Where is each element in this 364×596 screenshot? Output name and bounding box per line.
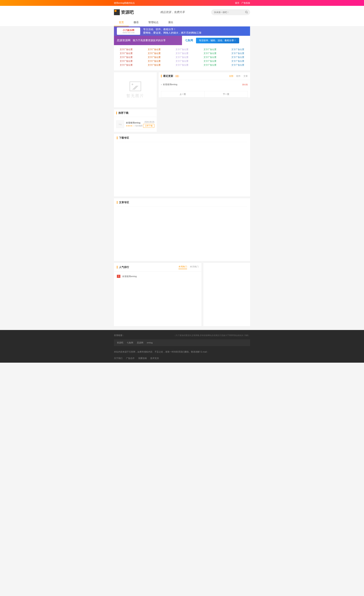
friend-links-note: （为了避免权重流失,定期调整,所有链接网站必须满足日流量大于8000!便会给站长… [174, 334, 250, 337]
ad-link[interactable]: 文字广告位置 [120, 64, 133, 67]
banner-2-left-logo: 思源资源网 [117, 39, 130, 42]
ad-link[interactable]: 文字广告位置 [120, 56, 133, 59]
ad-link[interactable]: 文字广告位置 [120, 52, 133, 55]
topbar-link-msg[interactable]: 留言 [235, 2, 239, 4]
ad-link[interactable]: 文字广告位置 [176, 52, 188, 55]
tab-all[interactable]: 全部 [229, 75, 233, 78]
rank-item-title[interactable]: 欢迎使用emlog [122, 275, 137, 278]
recommend-date: 2020-09-05 [143, 121, 154, 123]
rank-number: 1 [117, 275, 120, 278]
ad-link[interactable]: 文字广告位置 [204, 56, 216, 59]
topbar-link-ad[interactable]: 广告投放 [242, 2, 250, 4]
recommend-tag: / 站长推荐 [134, 125, 142, 127]
friend-link[interactable]: 思源网 [137, 342, 143, 344]
ad-link[interactable]: 文字广告位置 [120, 60, 133, 63]
banner-1-line2: 爱网络，爱这里。网络人的烟火，燃不尽的网络江湖 [143, 31, 201, 35]
download-button[interactable]: 立即下载 [143, 124, 154, 128]
topbar-notice: 使用emlog搭建的站点 [114, 1, 135, 4]
ad-link[interactable]: 文字广告位置 [231, 64, 244, 67]
ad-link[interactable]: 文字广告位置 [204, 52, 216, 55]
ad-link[interactable]: 文字广告位置 [148, 52, 161, 55]
banner-2-left-text: 致力于高质量资源技术的分享 [133, 39, 166, 42]
rank-title: 人气排行 [119, 265, 129, 269]
rank-tab-month[interactable]: 本月热门 [190, 265, 199, 269]
ad-link[interactable]: 文字广告位置 [176, 60, 188, 63]
update-item-title[interactable]: 欢迎使用emlog [163, 83, 242, 86]
side-noimage: 暂无图片 [114, 72, 157, 107]
svg-line-1 [247, 13, 247, 13]
rank-side-empty [203, 263, 250, 326]
rank-tab-week[interactable]: 本周热门 [178, 265, 187, 269]
search-input[interactable] [211, 9, 250, 15]
update-item: • 欢迎使用emlog 09-05 [161, 82, 248, 87]
pager-next[interactable]: 下一页 [205, 91, 248, 97]
friend-link[interactable]: 七鱼网 [127, 342, 133, 344]
ad-link[interactable]: 文字广告位置 [204, 48, 216, 51]
recommend-thumb: img [116, 120, 124, 128]
banner-2-left[interactable]: 思源资源网 致力于高质量资源技术的分享 [114, 39, 182, 42]
banner-2-right[interactable]: 七鱼网 专注软件、辅助、活动、教程分享！ [182, 36, 250, 45]
ad-link[interactable]: 文字广告位置 [176, 48, 188, 51]
banner-1-line1: 专注活动、软件、教程分享！ [143, 28, 201, 31]
ad-link[interactable]: 文字广告位置 [231, 56, 244, 59]
image-placeholder-icon [129, 82, 141, 91]
footer-nav-support[interactable]: 技术支持 [150, 357, 159, 359]
slogan: 精品资源，免费共享 [160, 10, 185, 14]
footer-nav-about[interactable]: 关于我们 [114, 357, 122, 359]
download-section: 下载专区 [114, 134, 250, 196]
ad-link[interactable]: 文字广告位置 [204, 64, 216, 67]
nav-weiyu[interactable]: 微语 [129, 18, 143, 26]
ad-link[interactable]: 文字广告位置 [120, 48, 133, 51]
pager-prev[interactable]: 上一页 [161, 91, 205, 97]
recent-update-title: 最近更新 [163, 74, 173, 78]
friend-link[interactable]: emlog [147, 342, 153, 344]
logo[interactable]: 资源吧 [114, 9, 134, 15]
search-box [211, 9, 250, 15]
friend-links-title: 友情链接： [114, 334, 125, 337]
nav-home[interactable]: 首页 [114, 18, 129, 26]
ad-link[interactable]: 文字广告位置 [148, 60, 161, 63]
friend-link[interactable]: 资源吧 [117, 342, 123, 344]
ad-link[interactable]: 文字广告位置 [148, 64, 161, 67]
banner-1-logo: 小刀娱乐网 WWW.X6D.COM [117, 27, 140, 35]
recommend-item-title[interactable]: 欢迎使用emlog [126, 121, 140, 124]
banner-1[interactable]: 小刀娱乐网 WWW.X6D.COM 专注活动、软件、教程分享！ 爱网络，爱这里。… [114, 26, 250, 36]
banner-2-right-btn: 专注软件、辅助、活动、教程分享！ [196, 38, 239, 43]
recent-update-card: 最近更新 +1 全部 软件 文章 • 欢迎使用emlog 09-05 [159, 72, 250, 97]
logo-icon [114, 9, 120, 15]
nav-admin[interactable]: 管理站点 [143, 18, 163, 26]
ad-link[interactable]: 文字广告位置 [231, 48, 244, 51]
rank-card: 人气排行 本周热门 本月热门 1 欢迎使用emlog [114, 263, 201, 326]
bullet-icon: • [161, 83, 162, 86]
ad-link[interactable]: 文字广告位置 [176, 64, 188, 67]
ad-link[interactable]: 文字广告位置 [231, 52, 244, 55]
ad-links-block: 文字广告位置文字广告位置文字广告位置文字广告位置文字广告位置 文字广告位置文字广… [114, 45, 250, 70]
update-badge: +1 [175, 75, 179, 77]
recommend-item: img 欢迎使用emlog ★★★★☆/ 站长推荐 2020-09-05 立即下… [116, 119, 154, 130]
star-icon: ★★★★☆ [126, 125, 134, 127]
search-icon[interactable] [245, 11, 248, 14]
ad-link[interactable]: 文字广告位置 [204, 60, 216, 63]
noimage-text: 暂无图片 [126, 93, 144, 98]
download-section-title: 下载专区 [119, 136, 129, 140]
ad-link[interactable]: 文字广告位置 [148, 56, 161, 59]
ad-link[interactable]: 文字广告位置 [231, 60, 244, 63]
logo-text: 资源吧 [121, 9, 134, 15]
tab-article[interactable]: 文章 [244, 75, 248, 78]
footer-nav-submit[interactable]: 我要投稿 [138, 357, 147, 359]
svg-point-0 [245, 11, 247, 13]
ad-link[interactable]: 文字广告位置 [176, 56, 188, 59]
tab-software[interactable]: 软件 [236, 75, 240, 78]
ad-link[interactable]: 文字广告位置 [148, 48, 161, 51]
rank-item: 1 欢迎使用emlog [117, 274, 199, 279]
update-item-date: 09-05 [242, 83, 248, 86]
footer-nav-ad[interactable]: 广告合作 [126, 357, 134, 359]
article-section: 文章专区 [114, 198, 250, 261]
banner-2-right-logo: 七鱼网 [185, 39, 193, 42]
banner-2: 思源资源网 致力于高质量资源技术的分享 七鱼网 专注软件、辅助、活动、教程分享！ [114, 36, 250, 45]
nav-logout[interactable]: 退出 [163, 18, 178, 26]
article-section-title: 文章专区 [119, 201, 129, 204]
recommend-title: 推荐下载 [119, 111, 128, 115]
recommend-card: 推荐下载 img 欢迎使用emlog ★★★★☆/ 站长推荐 2020-09-0… [114, 109, 157, 132]
footer-disclaimer: 本站内容来源于互联网，如果有侵权内容、不妥之处，请第一时间联系我们删除。敬请谅解… [114, 350, 250, 354]
